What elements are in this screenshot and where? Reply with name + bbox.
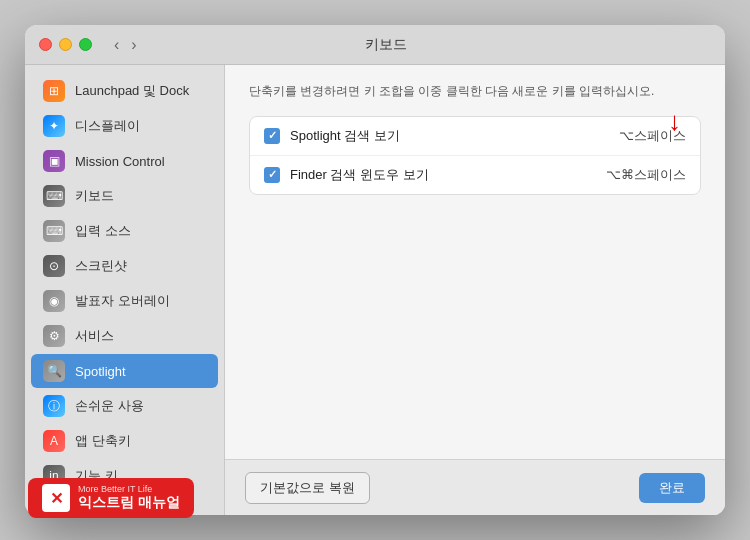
shortcut-list: ✓Spotlight 검색 보기⌥스페이스✓Finder 검색 윈도우 보기⌥⌘… xyxy=(249,116,701,195)
accessibility-icon: ⓘ xyxy=(43,395,65,417)
watermark-text: More Better IT Life 익스트림 매뉴얼 xyxy=(78,484,180,512)
launchpad-icon: ⊞ xyxy=(43,80,65,102)
services-icon: ⚙ xyxy=(43,325,65,347)
sidebar: ⊞Launchpad 및 Dock✦디스플레이▣Mission Control⌨… xyxy=(25,65,225,515)
shortcut-name-spotlight-search: Spotlight 검색 보기 xyxy=(290,127,609,145)
main-panel: 단축키를 변경하려면 키 조합을 이중 클릭한 다음 새로운 키를 입력하십시오… xyxy=(225,65,725,515)
maximize-button[interactable] xyxy=(79,38,92,51)
main-window: ‹ › 키보드 ⊞Launchpad 및 Dock✦디스플레이▣Mission … xyxy=(25,25,725,515)
restore-button[interactable]: 기본값으로 복원 xyxy=(245,472,370,504)
titlebar-nav: ‹ › xyxy=(110,34,141,56)
presenter-label: 발표자 오버레이 xyxy=(75,292,170,310)
back-button[interactable]: ‹ xyxy=(110,34,123,56)
sidebar-item-mission[interactable]: ▣Mission Control xyxy=(31,144,218,178)
screenshot-icon: ⊙ xyxy=(43,255,65,277)
accessibility-label: 손쉬운 사용 xyxy=(75,397,144,415)
close-button[interactable] xyxy=(39,38,52,51)
mission-label: Mission Control xyxy=(75,154,165,169)
watermark: ✕ More Better IT Life 익스트림 매뉴얼 xyxy=(28,478,194,518)
watermark-subtext: More Better IT Life xyxy=(78,484,180,494)
instruction-text: 단축키를 변경하려면 키 조합을 이중 클릭한 다음 새로운 키를 입력하십시오… xyxy=(249,83,701,100)
traffic-lights xyxy=(39,38,92,51)
shortcut-row-finder-search[interactable]: ✓Finder 검색 윈도우 보기⌥⌘스페이스 xyxy=(250,156,700,194)
minimize-button[interactable] xyxy=(59,38,72,51)
shortcuts-icon: A xyxy=(43,430,65,452)
services-label: 서비스 xyxy=(75,327,114,345)
sidebar-item-shortcuts[interactable]: A앱 단축키 xyxy=(31,424,218,458)
sidebar-item-presenter[interactable]: ◉발표자 오버레이 xyxy=(31,284,218,318)
sidebar-item-display[interactable]: ✦디스플레이 xyxy=(31,109,218,143)
shortcut-row-spotlight-search[interactable]: ✓Spotlight 검색 보기⌥스페이스 xyxy=(250,117,700,156)
done-button[interactable]: 완료 xyxy=(639,473,705,503)
sidebar-item-screenshot[interactable]: ⊙스크린샷 xyxy=(31,249,218,283)
spotlight-label: Spotlight xyxy=(75,364,126,379)
sidebar-item-keyboard[interactable]: ⌨키보드 xyxy=(31,179,218,213)
checkbox-spotlight-search[interactable]: ✓ xyxy=(264,128,280,144)
display-label: 디스플레이 xyxy=(75,117,140,135)
sidebar-item-launchpad[interactable]: ⊞Launchpad 및 Dock xyxy=(31,74,218,108)
spotlight-icon: 🔍 xyxy=(43,360,65,382)
launchpad-label: Launchpad 및 Dock xyxy=(75,82,189,100)
bottom-bar: 기본값으로 복원 완료 xyxy=(225,459,725,515)
keyboard-icon: ⌨ xyxy=(43,185,65,207)
input-label: 입력 소스 xyxy=(75,222,131,240)
input-icon: ⌨ xyxy=(43,220,65,242)
presenter-icon: ◉ xyxy=(43,290,65,312)
shortcuts-label: 앱 단축키 xyxy=(75,432,131,450)
shortcut-section: ↓ ✓Spotlight 검색 보기⌥스페이스✓Finder 검색 윈도우 보기… xyxy=(249,116,701,195)
screenshot-label: 스크린샷 xyxy=(75,257,127,275)
titlebar: ‹ › 키보드 xyxy=(25,25,725,65)
window-title: 키보드 xyxy=(141,36,631,54)
sidebar-item-accessibility[interactable]: ⓘ손쉬운 사용 xyxy=(31,389,218,423)
shortcut-key-finder-search: ⌥⌘스페이스 xyxy=(606,166,686,184)
shortcut-name-finder-search: Finder 검색 윈도우 보기 xyxy=(290,166,596,184)
keyboard-label: 키보드 xyxy=(75,187,114,205)
mission-icon: ▣ xyxy=(43,150,65,172)
forward-button[interactable]: › xyxy=(127,34,140,56)
main-content: 단축키를 변경하려면 키 조합을 이중 클릭한 다음 새로운 키를 입력하십시오… xyxy=(225,65,725,459)
content-area: ⊞Launchpad 및 Dock✦디스플레이▣Mission Control⌨… xyxy=(25,65,725,515)
sidebar-item-spotlight[interactable]: 🔍Spotlight xyxy=(31,354,218,388)
arrow-indicator: ↓ xyxy=(668,106,681,137)
checkbox-finder-search[interactable]: ✓ xyxy=(264,167,280,183)
sidebar-item-services[interactable]: ⚙서비스 xyxy=(31,319,218,353)
watermark-label: 익스트림 매뉴얼 xyxy=(78,494,180,512)
display-icon: ✦ xyxy=(43,115,65,137)
sidebar-item-input[interactable]: ⌨입력 소스 xyxy=(31,214,218,248)
watermark-icon: ✕ xyxy=(42,484,70,512)
